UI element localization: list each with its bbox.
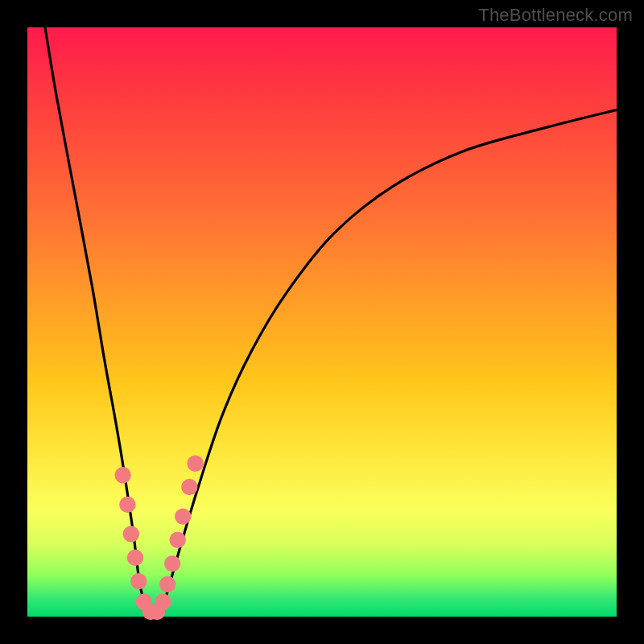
highlight-dot: [159, 576, 175, 592]
highlight-dot: [155, 594, 171, 610]
highlight-dot: [123, 526, 139, 542]
chart-svg: [27, 27, 617, 617]
highlight-dot: [181, 479, 197, 495]
chart-plot-area: [27, 27, 617, 617]
highlight-dot: [170, 532, 186, 548]
highlight-dot: [175, 508, 191, 524]
highlight-dot: [187, 456, 203, 472]
highlight-dot: [164, 555, 180, 572]
highlight-dot: [119, 497, 135, 513]
highlight-dots: [114, 456, 203, 621]
highlight-dot: [127, 550, 143, 566]
chart-frame: TheBottleneck.com: [0, 0, 644, 644]
highlight-dot: [130, 573, 147, 589]
highlight-dot: [114, 467, 130, 483]
watermark-text: TheBottleneck.com: [478, 5, 633, 26]
